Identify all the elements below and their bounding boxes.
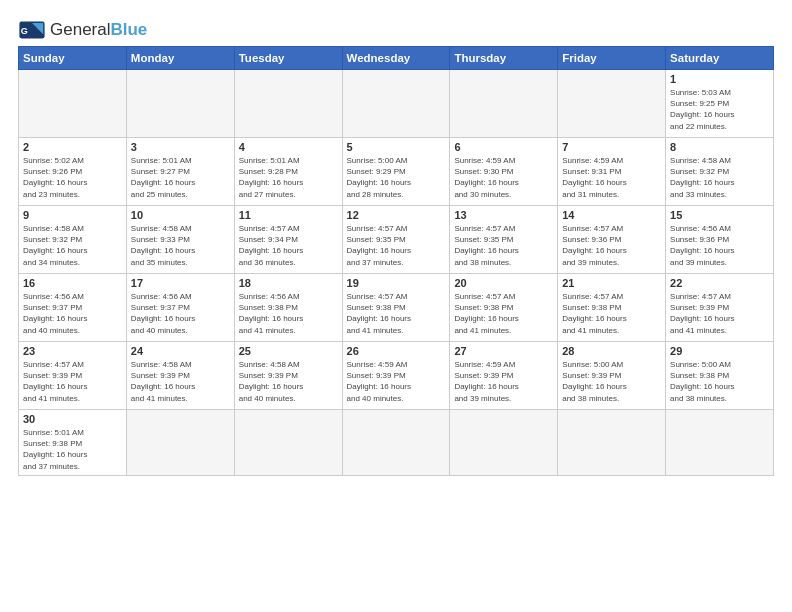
week-row-3: 16Sunrise: 4:56 AM Sunset: 9:37 PM Dayli… xyxy=(19,274,774,342)
page: G GeneralBlue SundayMondayTuesdayWednesd… xyxy=(0,0,792,486)
day-cell xyxy=(558,70,666,138)
day-cell: 14Sunrise: 4:57 AM Sunset: 9:36 PM Dayli… xyxy=(558,206,666,274)
day-cell xyxy=(126,410,234,476)
day-info: Sunrise: 4:56 AM Sunset: 9:37 PM Dayligh… xyxy=(23,291,122,336)
day-cell: 18Sunrise: 4:56 AM Sunset: 9:38 PM Dayli… xyxy=(234,274,342,342)
calendar-header: SundayMondayTuesdayWednesdayThursdayFrid… xyxy=(19,47,774,70)
day-number: 23 xyxy=(23,345,122,357)
day-info: Sunrise: 5:01 AM Sunset: 9:27 PM Dayligh… xyxy=(131,155,230,200)
day-info: Sunrise: 4:59 AM Sunset: 9:39 PM Dayligh… xyxy=(454,359,553,404)
week-row-1: 2Sunrise: 5:02 AM Sunset: 9:26 PM Daylig… xyxy=(19,138,774,206)
day-number: 17 xyxy=(131,277,230,289)
day-cell: 24Sunrise: 4:58 AM Sunset: 9:39 PM Dayli… xyxy=(126,342,234,410)
day-cell: 3Sunrise: 5:01 AM Sunset: 9:27 PM Daylig… xyxy=(126,138,234,206)
day-info: Sunrise: 5:01 AM Sunset: 9:38 PM Dayligh… xyxy=(23,427,122,472)
day-number: 20 xyxy=(454,277,553,289)
day-cell: 21Sunrise: 4:57 AM Sunset: 9:38 PM Dayli… xyxy=(558,274,666,342)
svg-text:G: G xyxy=(21,26,28,36)
day-cell: 6Sunrise: 4:59 AM Sunset: 9:30 PM Daylig… xyxy=(450,138,558,206)
day-number: 2 xyxy=(23,141,122,153)
day-cell: 13Sunrise: 4:57 AM Sunset: 9:35 PM Dayli… xyxy=(450,206,558,274)
day-info: Sunrise: 5:01 AM Sunset: 9:28 PM Dayligh… xyxy=(239,155,338,200)
day-number: 5 xyxy=(347,141,446,153)
header-day-friday: Friday xyxy=(558,47,666,70)
day-number: 6 xyxy=(454,141,553,153)
day-info: Sunrise: 4:57 AM Sunset: 9:38 PM Dayligh… xyxy=(454,291,553,336)
day-info: Sunrise: 4:57 AM Sunset: 9:34 PM Dayligh… xyxy=(239,223,338,268)
day-cell: 29Sunrise: 5:00 AM Sunset: 9:38 PM Dayli… xyxy=(666,342,774,410)
day-number: 27 xyxy=(454,345,553,357)
day-number: 15 xyxy=(670,209,769,221)
day-info: Sunrise: 5:00 AM Sunset: 9:39 PM Dayligh… xyxy=(562,359,661,404)
day-info: Sunrise: 5:00 AM Sunset: 9:38 PM Dayligh… xyxy=(670,359,769,404)
day-number: 4 xyxy=(239,141,338,153)
day-cell: 7Sunrise: 4:59 AM Sunset: 9:31 PM Daylig… xyxy=(558,138,666,206)
header-day-saturday: Saturday xyxy=(666,47,774,70)
day-cell xyxy=(558,410,666,476)
day-info: Sunrise: 4:57 AM Sunset: 9:35 PM Dayligh… xyxy=(454,223,553,268)
day-info: Sunrise: 4:56 AM Sunset: 9:37 PM Dayligh… xyxy=(131,291,230,336)
day-cell: 4Sunrise: 5:01 AM Sunset: 9:28 PM Daylig… xyxy=(234,138,342,206)
day-cell: 5Sunrise: 5:00 AM Sunset: 9:29 PM Daylig… xyxy=(342,138,450,206)
day-info: Sunrise: 4:58 AM Sunset: 9:39 PM Dayligh… xyxy=(239,359,338,404)
header-day-monday: Monday xyxy=(126,47,234,70)
day-cell: 15Sunrise: 4:56 AM Sunset: 9:36 PM Dayli… xyxy=(666,206,774,274)
day-cell: 30Sunrise: 5:01 AM Sunset: 9:38 PM Dayli… xyxy=(19,410,127,476)
logo-area: G GeneralBlue xyxy=(18,16,147,44)
day-info: Sunrise: 4:59 AM Sunset: 9:39 PM Dayligh… xyxy=(347,359,446,404)
header: G GeneralBlue xyxy=(18,16,774,44)
day-info: Sunrise: 4:58 AM Sunset: 9:33 PM Dayligh… xyxy=(131,223,230,268)
day-number: 19 xyxy=(347,277,446,289)
day-number: 26 xyxy=(347,345,446,357)
day-info: Sunrise: 4:57 AM Sunset: 9:39 PM Dayligh… xyxy=(23,359,122,404)
day-cell: 22Sunrise: 4:57 AM Sunset: 9:39 PM Dayli… xyxy=(666,274,774,342)
day-info: Sunrise: 5:00 AM Sunset: 9:29 PM Dayligh… xyxy=(347,155,446,200)
day-number: 22 xyxy=(670,277,769,289)
day-info: Sunrise: 4:58 AM Sunset: 9:32 PM Dayligh… xyxy=(23,223,122,268)
header-row: SundayMondayTuesdayWednesdayThursdayFrid… xyxy=(19,47,774,70)
day-cell xyxy=(342,70,450,138)
day-number: 11 xyxy=(239,209,338,221)
week-row-4: 23Sunrise: 4:57 AM Sunset: 9:39 PM Dayli… xyxy=(19,342,774,410)
day-cell: 20Sunrise: 4:57 AM Sunset: 9:38 PM Dayli… xyxy=(450,274,558,342)
day-cell: 2Sunrise: 5:02 AM Sunset: 9:26 PM Daylig… xyxy=(19,138,127,206)
day-info: Sunrise: 5:02 AM Sunset: 9:26 PM Dayligh… xyxy=(23,155,122,200)
day-number: 18 xyxy=(239,277,338,289)
day-info: Sunrise: 4:57 AM Sunset: 9:38 PM Dayligh… xyxy=(562,291,661,336)
day-cell: 23Sunrise: 4:57 AM Sunset: 9:39 PM Dayli… xyxy=(19,342,127,410)
day-number: 14 xyxy=(562,209,661,221)
day-cell xyxy=(450,70,558,138)
day-number: 29 xyxy=(670,345,769,357)
day-cell: 25Sunrise: 4:58 AM Sunset: 9:39 PM Dayli… xyxy=(234,342,342,410)
calendar-body: 1Sunrise: 5:03 AM Sunset: 9:25 PM Daylig… xyxy=(19,70,774,476)
day-info: Sunrise: 4:56 AM Sunset: 9:36 PM Dayligh… xyxy=(670,223,769,268)
day-number: 1 xyxy=(670,73,769,85)
day-cell xyxy=(234,410,342,476)
day-cell xyxy=(19,70,127,138)
day-info: Sunrise: 4:59 AM Sunset: 9:30 PM Dayligh… xyxy=(454,155,553,200)
day-info: Sunrise: 4:57 AM Sunset: 9:39 PM Dayligh… xyxy=(670,291,769,336)
day-cell: 28Sunrise: 5:00 AM Sunset: 9:39 PM Dayli… xyxy=(558,342,666,410)
day-info: Sunrise: 4:56 AM Sunset: 9:38 PM Dayligh… xyxy=(239,291,338,336)
day-info: Sunrise: 4:57 AM Sunset: 9:35 PM Dayligh… xyxy=(347,223,446,268)
day-cell: 12Sunrise: 4:57 AM Sunset: 9:35 PM Dayli… xyxy=(342,206,450,274)
day-cell: 16Sunrise: 4:56 AM Sunset: 9:37 PM Dayli… xyxy=(19,274,127,342)
logo-icon: G xyxy=(18,16,46,44)
logo-general: General xyxy=(50,20,110,39)
day-cell xyxy=(450,410,558,476)
day-number: 12 xyxy=(347,209,446,221)
day-number: 28 xyxy=(562,345,661,357)
day-number: 13 xyxy=(454,209,553,221)
day-number: 30 xyxy=(23,413,122,425)
day-cell: 9Sunrise: 4:58 AM Sunset: 9:32 PM Daylig… xyxy=(19,206,127,274)
day-info: Sunrise: 4:58 AM Sunset: 9:32 PM Dayligh… xyxy=(670,155,769,200)
day-number: 7 xyxy=(562,141,661,153)
day-number: 8 xyxy=(670,141,769,153)
week-row-2: 9Sunrise: 4:58 AM Sunset: 9:32 PM Daylig… xyxy=(19,206,774,274)
day-number: 21 xyxy=(562,277,661,289)
day-cell: 17Sunrise: 4:56 AM Sunset: 9:37 PM Dayli… xyxy=(126,274,234,342)
day-info: Sunrise: 4:58 AM Sunset: 9:39 PM Dayligh… xyxy=(131,359,230,404)
day-cell: 11Sunrise: 4:57 AM Sunset: 9:34 PM Dayli… xyxy=(234,206,342,274)
day-cell xyxy=(126,70,234,138)
header-day-sunday: Sunday xyxy=(19,47,127,70)
